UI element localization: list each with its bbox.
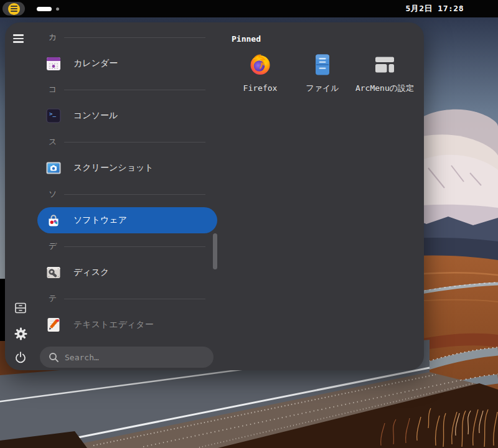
top-bar: 5月2日 17:28 [0,0,498,17]
disks-icon [45,264,62,281]
pinned-header: Pinned [232,34,261,44]
category-header: コ [37,77,219,103]
arcmenu-icon [8,3,20,15]
app-item-disks[interactable]: ディスク [37,259,217,286]
app-item-calendar[interactable]: カレンダー [37,50,217,77]
arcmenu-settings-icon [374,54,396,76]
search-bar [40,347,214,368]
workspace-dot[interactable] [56,7,59,11]
hamburger-menu-icon[interactable] [13,32,29,45]
software-icon [45,212,62,229]
workspace-active-pill[interactable] [37,7,52,11]
category-header: ソ [37,181,219,207]
screenshot-icon [45,159,62,177]
pinned-item-label: ファイル [306,82,339,95]
pinned-item-arcmenu-settings[interactable]: ArcMenuの設定 [354,50,416,95]
power-icon [14,351,27,363]
app-item-console[interactable]: >_ コンソール [37,103,217,129]
power-button[interactable] [12,348,29,366]
pinned-item-firefox[interactable]: Firefox [229,50,291,95]
app-list: カ カレンダー [37,24,219,338]
category-header: テ [37,286,219,312]
console-icon: >_ [45,107,62,124]
category-header: デ [37,233,219,259]
settings-gear-icon [14,327,27,340]
firefox-icon [249,54,271,76]
app-item-screenshot[interactable]: スクリーンショット [37,155,217,181]
desktop: 5月2日 17:28 [0,0,498,448]
settings-button[interactable] [12,325,29,342]
clock[interactable]: 5月2日 17:28 [405,0,464,17]
search-icon [49,352,59,363]
pinned-item-label: ArcMenuの設定 [355,82,414,95]
workspace-indicator [37,0,59,17]
pinned-grid: Firefox ファイル [229,50,416,95]
calendar-icon [45,55,62,72]
category-header: カ [37,24,219,50]
app-list-scrollbar[interactable] [213,233,217,269]
arcmenu-panel: カ カレンダー [5,22,424,370]
svg-text:>_: >_ [49,111,56,117]
text-editor-icon [45,316,62,334]
files-shortcut-button[interactable] [12,299,29,317]
drawer-icon [14,302,27,314]
app-item-text-editor[interactable]: テキストエディター [37,312,217,338]
arcmenu-panel-button[interactable] [2,2,25,16]
category-header: ス [37,129,219,155]
app-item-software[interactable]: ソフトウェア [37,207,217,233]
search-input[interactable] [65,353,202,362]
files-icon [311,54,334,76]
pinned-item-label: Firefox [243,82,278,95]
pinned-item-files[interactable]: ファイル [291,50,354,95]
